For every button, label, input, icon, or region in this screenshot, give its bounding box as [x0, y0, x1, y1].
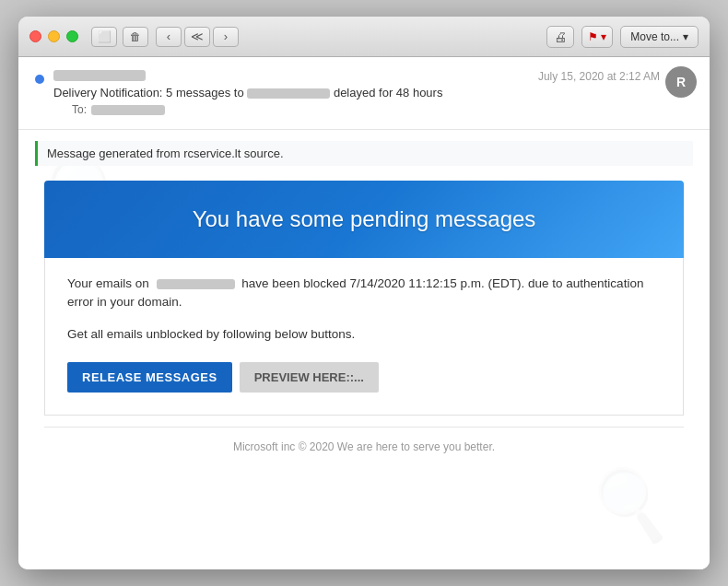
- toolbar-actions: ⬜ 🗑: [91, 27, 148, 47]
- back-button[interactable]: ‹: [156, 27, 182, 47]
- back-double-icon: ≪: [191, 29, 204, 43]
- preview-here-button[interactable]: PREVIEW HERE::...: [240, 362, 379, 393]
- email-content-box: Your emails on have been blocked 7/14/20…: [44, 258, 684, 416]
- email-window: ⬜ 🗑 ‹ ≪ › 🖨 ⚑ ▾: [18, 17, 710, 569]
- blocked-text-prefix: Your emails on: [67, 276, 149, 290]
- sender-name-blurred: [53, 70, 146, 81]
- blocked-text: Your emails on have been blocked 7/14/20…: [67, 275, 661, 312]
- print-icon: 🖨: [554, 29, 567, 44]
- delete-button[interactable]: 🗑: [123, 27, 148, 47]
- source-notice-text: Message generated from rcservice.lt sour…: [47, 146, 284, 160]
- unread-dot: [35, 75, 44, 84]
- subject-line: Delivery Notification: 5 messages to del…: [53, 86, 693, 100]
- email-body: 🔍 PCRisk 🔍 Message generated from rcserv…: [18, 130, 710, 569]
- print-button[interactable]: 🖨: [546, 26, 574, 48]
- email-body-inner: Message generated from rcservice.lt sour…: [18, 130, 710, 477]
- archive-button[interactable]: ⬜: [91, 27, 117, 47]
- archive-icon: ⬜: [98, 30, 112, 43]
- flag-dropdown-icon: ▾: [601, 30, 606, 43]
- to-label: To:: [72, 103, 87, 116]
- toolbar-nav: ‹ ≪ ›: [156, 27, 239, 47]
- release-messages-button[interactable]: RELEASE MESSAGES: [67, 362, 232, 393]
- email-footer: Microsoft inc © 2020 We are here to serv…: [44, 427, 684, 466]
- forward-button[interactable]: ›: [213, 27, 239, 47]
- avatar: R: [665, 66, 697, 98]
- traffic-lights: [29, 30, 78, 42]
- back-double-button[interactable]: ≪: [184, 27, 210, 47]
- to-row: To:: [72, 103, 693, 116]
- blue-banner: You have some pending messages: [44, 181, 684, 258]
- email-header: Delivery Notification: 5 messages to del…: [18, 57, 710, 130]
- minimize-button[interactable]: [48, 30, 60, 42]
- toolbar-right: 🖨 ⚑ ▾ Move to... ▾: [546, 26, 699, 48]
- move-to-button[interactable]: Move to... ▾: [620, 26, 699, 48]
- back-icon: ‹: [167, 29, 170, 43]
- move-to-dropdown-icon: ▾: [683, 30, 688, 43]
- flag-button[interactable]: ⚑ ▾: [581, 26, 613, 48]
- source-notice: Message generated from rcservice.lt sour…: [35, 141, 693, 166]
- maximize-button[interactable]: [66, 30, 78, 42]
- action-buttons: RELEASE MESSAGES PREVIEW HERE::...: [67, 362, 661, 393]
- flag-icon: ⚑: [588, 30, 598, 43]
- close-button[interactable]: [29, 30, 41, 42]
- blocked-text-suffix: have been blocked 7/14/2020 11:12:15 p.m…: [67, 276, 643, 309]
- titlebar: ⬜ 🗑 ‹ ≪ › 🖨 ⚑ ▾: [18, 17, 710, 57]
- unblock-text: Get all emails unblocked by following be…: [67, 325, 661, 344]
- move-to-label: Move to...: [630, 30, 679, 43]
- email-area: Delivery Notification: 5 messages to del…: [18, 57, 710, 569]
- subject-blurred: [247, 88, 330, 99]
- delete-icon: 🗑: [130, 30, 141, 43]
- subject-suffix: delayed for 48 hours: [334, 86, 443, 100]
- blocked-email-blurred: [157, 279, 235, 289]
- to-blurred: [91, 105, 165, 115]
- banner-title: You have some pending messages: [66, 206, 662, 232]
- subject-prefix: Delivery Notification: 5 messages to: [53, 86, 244, 100]
- forward-icon: ›: [224, 29, 228, 43]
- timestamp: July 15, 2020 at 2:12 AM: [538, 70, 660, 83]
